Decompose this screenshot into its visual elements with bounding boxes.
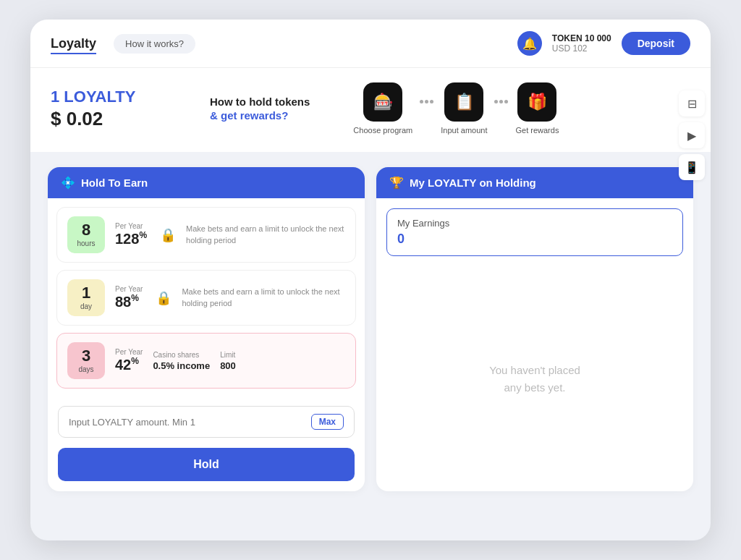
lock-icon-8hours: 🔒	[160, 227, 176, 243]
arrow-1	[420, 100, 433, 103]
time-unit-8hours: hours	[77, 239, 95, 247]
limit-info: Limit 800	[220, 351, 236, 371]
earn-rows: 8 hours Per Year 128% 🔒 Make bets and ea…	[48, 198, 365, 397]
time-num-8hours: 8	[82, 222, 90, 238]
how-works-button[interactable]: How it works?	[114, 34, 195, 54]
per-year-label-1day: Per Year	[115, 285, 143, 293]
logo: Loyalty	[51, 36, 96, 51]
per-year-1day: Per Year 88%	[115, 285, 143, 310]
earn-desc-8hours: Make bets and earn a limit to unlock the…	[186, 224, 345, 246]
token-info: TOKEN 10 000 USD 102	[552, 33, 611, 54]
time-badge-8hours: 8 hours	[67, 216, 105, 253]
max-button[interactable]: Max	[311, 414, 344, 430]
step-3-label: Get rewards	[515, 126, 559, 135]
my-earnings-label: My Earnings	[397, 218, 672, 229]
earn-row-3days[interactable]: 3 days Per Year 42% Casino shares 0.5% i…	[56, 333, 356, 389]
filter-icon[interactable]: ⊟	[679, 90, 705, 116]
earn-desc-1day: Make bets and earn a limit to unlock the…	[182, 287, 345, 309]
header: Loyalty How it works? 🔔 TOKEN 10 000 USD…	[30, 20, 711, 68]
notification-icon[interactable]: 🔔	[517, 31, 542, 56]
get-rewards-icon: 🎁	[517, 82, 556, 122]
loyalty-usd: $ 0.02	[51, 108, 181, 130]
info-bar: 1 LOYALTY $ 0.02 How to hold tokens & ge…	[30, 68, 711, 153]
hold-icon: 💠	[61, 176, 75, 190]
step-3: 🎁 Get rewards	[515, 82, 559, 135]
time-unit-3days: days	[78, 365, 93, 373]
arrow-2	[494, 100, 508, 103]
hold-to-earn-title: Hold To Earn	[81, 177, 148, 189]
deposit-button[interactable]: Deposit	[622, 32, 690, 55]
loyalty-title: 1 LOYALTY	[51, 88, 181, 106]
time-badge-3days: 3 days	[67, 342, 105, 379]
per-year-val-1day: 88%	[115, 293, 143, 310]
limit-val: 800	[220, 360, 236, 371]
per-year-val-8hours: 128%	[115, 230, 147, 247]
how-to-hold-title: How to hold tokens	[210, 96, 310, 108]
lock-icon-1day: 🔒	[156, 290, 172, 306]
input-row: Max	[48, 397, 365, 438]
step-2: 📋 Input amount	[441, 82, 487, 135]
time-num-1day: 1	[82, 285, 90, 301]
step-1-label: Choose program	[353, 126, 412, 135]
casino-shares-info: Casino shares 0.5% income	[153, 351, 210, 371]
casino-shares-val: 0.5% income	[153, 360, 210, 371]
hold-button[interactable]: Hold	[58, 448, 355, 481]
step-2-label: Input amount	[441, 126, 487, 135]
per-year-3days: Per Year 42%	[115, 348, 143, 373]
my-loyalty-header: 🏆 My LOYALTY on Holding	[376, 167, 693, 198]
token-label: TOKEN 10 000	[552, 33, 611, 43]
limit-label: Limit	[220, 351, 236, 359]
how-to-hold: How to hold tokens & get rewards?	[210, 96, 310, 122]
no-bets-area: You haven't placed any bets yet.	[376, 266, 693, 491]
header-right: 🔔 TOKEN 10 000 USD 102 Deposit	[517, 31, 690, 56]
my-earnings-value: 0	[397, 232, 672, 247]
earn-row-1day[interactable]: 1 day Per Year 88% 🔒 Make bets and earn …	[56, 270, 356, 326]
step-1: 🎰 Choose program	[353, 82, 412, 135]
my-earnings-box: My Earnings 0	[386, 208, 683, 256]
per-year-label-8hours: Per Year	[115, 222, 147, 230]
loyalty-icon: 🏆	[389, 176, 404, 190]
time-badge-1day: 1 day	[67, 279, 105, 316]
steps-area: 🎰 Choose program 📋 Input amount 🎁 Get re…	[353, 82, 559, 135]
app-container: ⊟ ▶ 📱 Loyalty How it works? 🔔 TOKEN 10 0…	[30, 20, 711, 540]
input-amount-icon: 📋	[444, 82, 483, 122]
how-to-hold-sub: & get rewards?	[210, 109, 310, 122]
earn-row-8hours[interactable]: 8 hours Per Year 128% 🔒 Make bets and ea…	[56, 207, 356, 263]
my-loyalty-title: My LOYALTY on Holding	[410, 177, 536, 189]
time-num-3days: 3	[82, 348, 90, 364]
side-icons: ⊟ ▶ 📱	[673, 85, 711, 186]
hold-to-earn-header: 💠 Hold To Earn	[48, 167, 365, 198]
play-icon[interactable]: ▶	[679, 122, 705, 148]
per-year-label-3days: Per Year	[115, 348, 143, 356]
time-unit-1day: day	[80, 302, 92, 310]
casino-shares-label: Casino shares	[153, 351, 210, 359]
token-usd: USD 102	[552, 43, 611, 54]
mobile-icon[interactable]: 📱	[679, 154, 705, 180]
per-year-val-3days: 42%	[115, 356, 143, 373]
loyalty-input-wrapper[interactable]: Max	[58, 406, 355, 438]
per-year-8hours: Per Year 128%	[115, 222, 147, 247]
loyalty-amount-input[interactable]	[69, 417, 311, 428]
right-panel: 🏆 My LOYALTY on Holding My Earnings 0 Yo…	[376, 167, 693, 491]
header-left: Loyalty How it works?	[51, 34, 195, 54]
loyalty-price: 1 LOYALTY $ 0.02	[51, 88, 181, 130]
choose-program-icon: 🎰	[363, 82, 402, 122]
left-panel: 💠 Hold To Earn 8 hours Per Year 128% 🔒 M…	[48, 167, 365, 491]
main-content: 💠 Hold To Earn 8 hours Per Year 128% 🔒 M…	[30, 153, 711, 506]
no-bets-text: You haven't placed any bets yet.	[489, 362, 580, 396]
